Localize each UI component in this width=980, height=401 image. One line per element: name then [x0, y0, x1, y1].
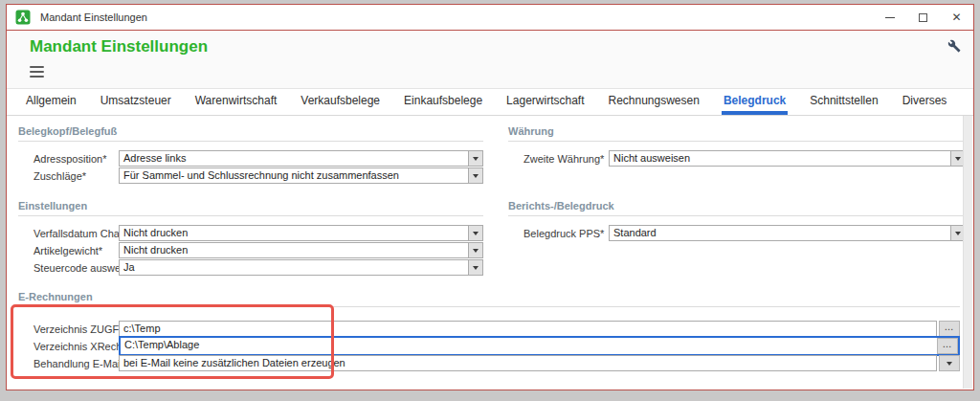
- hamburger-menu-button[interactable]: [30, 66, 44, 80]
- tab-belegdruck[interactable]: Belegdruck: [722, 89, 788, 115]
- settings-tabbar: Allgemein Umsatzsteuer Warenwirtschaft V…: [7, 89, 973, 116]
- field-value: Standard: [610, 226, 950, 240]
- dropdown-button[interactable]: [939, 355, 960, 371]
- field-label: Verzeichnis ZUGFeRD: [18, 323, 119, 335]
- tab-rechnungswesen[interactable]: Rechnungswesen: [606, 89, 701, 115]
- dropdown-button[interactable]: [468, 226, 482, 240]
- adressposition-dropdown[interactable]: Adresse links: [119, 150, 483, 167]
- field-label: Zuschläge*: [18, 170, 119, 182]
- hamburger-icon: [30, 66, 44, 68]
- dropdown-button[interactable]: [468, 260, 482, 275]
- dropdown-button[interactable]: [468, 151, 482, 166]
- chevron-down-icon: [473, 157, 479, 161]
- wrench-settings-button[interactable]: [947, 39, 961, 53]
- form-field-row: Steuercode ausweisen* Ja: [18, 259, 483, 276]
- section-einstellungen: Einstellungen Verfallsdatum Charge* Nich…: [18, 200, 483, 277]
- close-icon: ✕: [951, 11, 961, 23]
- tab-umsatzsteuer[interactable]: Umsatzsteuer: [99, 89, 173, 115]
- ellipsis-icon: …: [945, 323, 955, 332]
- tab-lagerwirtschaft[interactable]: Lagerwirtschaft: [504, 89, 586, 115]
- zweite-waehrung-dropdown[interactable]: Nicht ausweisen: [609, 150, 966, 167]
- zuschlaege-dropdown[interactable]: Für Sammel- und Schlussrechnung nicht zu…: [119, 167, 483, 184]
- field-label: Behandlung E-Mail: [18, 358, 119, 369]
- field-value: Nicht drucken: [120, 243, 468, 257]
- tab-allgemein[interactable]: Allgemein: [24, 89, 78, 115]
- dropdown-button[interactable]: [468, 243, 482, 257]
- chevron-down-icon: [955, 232, 961, 235]
- form-field-row: Belegdruck PPS* Standard: [508, 225, 966, 241]
- field-label: Verzeichnis XRechnung: [18, 341, 119, 352]
- field-value: Für Sammel- und Schlussrechnung nicht zu…: [120, 168, 468, 183]
- minimize-icon: [885, 17, 895, 18]
- window-titlebar[interactable]: Mandant Einstellungen ✕: [7, 5, 973, 31]
- tab-diverses[interactable]: Diverses: [901, 89, 949, 115]
- section-title: Belegkopf/Belegfuß: [18, 125, 483, 137]
- minimize-button[interactable]: [873, 5, 906, 30]
- section-divider: [18, 141, 483, 142]
- maximize-button[interactable]: [906, 5, 940, 30]
- form-field-row: Zuschläge* Für Sammel- und Schlussrechnu…: [18, 167, 483, 184]
- section-title: Währung: [508, 125, 966, 137]
- field-label: Verfallsdatum Charge*: [18, 228, 119, 239]
- verfallsdatum-charge-dropdown[interactable]: Nicht drucken: [119, 225, 483, 241]
- chevron-down-icon: [947, 362, 952, 366]
- maximize-icon: [919, 13, 927, 22]
- field-value: Nicht ausweisen: [610, 151, 950, 166]
- section-divider: [18, 306, 960, 307]
- field-label: Zweite Währung*: [508, 153, 609, 165]
- field-label: Steuercode ausweisen*: [18, 262, 119, 274]
- artikelgewicht-dropdown[interactable]: Nicht drucken: [119, 242, 483, 258]
- window-title: Mandant Einstellungen: [40, 11, 147, 23]
- chevron-down-icon: [955, 157, 961, 161]
- steuercode-ausweisen-dropdown[interactable]: Ja: [119, 259, 483, 276]
- chevron-down-icon: [473, 249, 479, 253]
- form-field-row: Artikelgewicht* Nicht drucken: [18, 242, 483, 258]
- section-belegkopf-belegfuss: Belegkopf/Belegfuß Adressposition* Adres…: [18, 125, 483, 185]
- form-field-row: Adressposition* Adresse links: [18, 150, 483, 167]
- ellipsis-icon: …: [943, 340, 953, 349]
- section-berichts-belegdruck: Berichts-/Belegdruck Belegdruck PPS* Sta…: [508, 200, 966, 242]
- behandlung-email-value[interactable]: bei E-Mail keine zusätzlichen Dateien er…: [119, 355, 937, 371]
- form-field-row: Verzeichnis XRechnung C:\Temp\Ablage …: [18, 338, 960, 354]
- verzeichnis-xrechnung-field: C:\Temp\Ablage …: [119, 336, 960, 356]
- browse-button[interactable]: …: [937, 338, 958, 354]
- form-field-row: Zweite Währung* Nicht ausweisen: [508, 150, 966, 167]
- tab-warenwirtschaft[interactable]: Warenwirtschaft: [193, 89, 279, 115]
- dropdown-button[interactable]: [468, 168, 482, 183]
- app-icon: [15, 10, 31, 25]
- section-divider: [508, 215, 966, 216]
- section-title: Berichts-/Belegdruck: [508, 200, 966, 212]
- section-divider: [18, 215, 483, 216]
- mandant-einstellungen-window: Mandant Einstellungen ✕ Mandant Einstell…: [6, 4, 974, 390]
- field-value: Ja: [120, 260, 468, 275]
- belegdruck-pps-dropdown[interactable]: Standard: [609, 225, 966, 241]
- verzeichnis-zugferd-field: c:\Temp …: [119, 321, 960, 337]
- section-title: Einstellungen: [18, 200, 483, 212]
- section-e-rechnungen: E-Rechnungen Verzeichnis ZUGFeRD c:\Temp…: [18, 291, 960, 372]
- chevron-down-icon: [473, 266, 479, 270]
- form-field-row: Verzeichnis ZUGFeRD c:\Temp …: [18, 321, 960, 337]
- field-value: Adresse links: [120, 151, 468, 166]
- field-label: Belegdruck PPS*: [508, 228, 609, 239]
- page-title: Mandant Einstellungen: [30, 37, 208, 56]
- chevron-down-icon: [473, 232, 479, 235]
- verzeichnis-xrechnung-input[interactable]: C:\Temp\Ablage: [121, 338, 937, 354]
- section-title: E-Rechnungen: [18, 291, 960, 302]
- browse-button[interactable]: …: [939, 321, 960, 337]
- tab-verkaufsbelege[interactable]: Verkaufsbelege: [299, 89, 382, 115]
- close-button[interactable]: ✕: [940, 5, 973, 30]
- section-waehrung: Währung Zweite Währung* Nicht ausweisen: [508, 125, 966, 167]
- tab-einkaufsbelege[interactable]: Einkaufsbelege: [402, 89, 484, 115]
- field-label: Artikelgewicht*: [18, 245, 119, 256]
- field-label: Adressposition*: [18, 153, 119, 165]
- section-divider: [508, 141, 966, 142]
- form-field-row: Verfallsdatum Charge* Nicht drucken: [18, 225, 483, 241]
- chevron-down-icon: [473, 174, 479, 178]
- tab-schnittstellen[interactable]: Schnittstellen: [808, 89, 880, 115]
- behandlung-email-field: bei E-Mail keine zusätzlichen Dateien er…: [119, 355, 960, 371]
- form-field-row: Behandlung E-Mail bei E-Mail keine zusät…: [18, 355, 960, 371]
- tab-content-belegdruck: Belegkopf/Belegfuß Adressposition* Adres…: [7, 116, 973, 390]
- vertical-scrollbar-track[interactable]: [963, 116, 972, 389]
- page-header: Mandant Einstellungen: [7, 31, 973, 89]
- verzeichnis-zugferd-input[interactable]: c:\Temp: [119, 321, 937, 337]
